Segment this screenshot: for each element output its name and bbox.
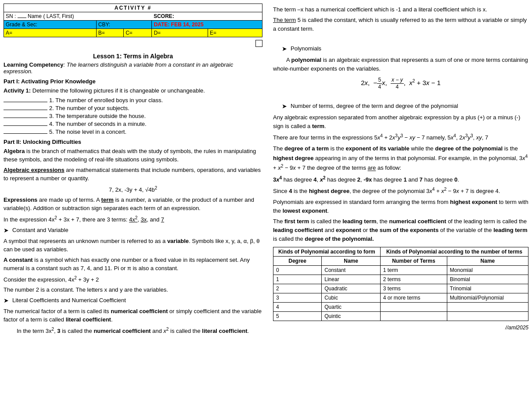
poly-arrow-label: Polynomials — [291, 44, 321, 53]
table-row: 2 Quadratic 3 terms Trinomial — [273, 284, 528, 293]
name-monomial: Monomial — [447, 266, 528, 275]
score-cell: SCORE: — [152, 12, 262, 21]
poly-table-subheader: Degree Name Number of Terms Name — [273, 257, 528, 266]
term5-text: The term 5 is called the constant, which… — [273, 16, 528, 33]
name-label: Name ( LAST, First) — [28, 13, 74, 19]
num-2terms: 2 terms — [380, 275, 447, 284]
lc-label: Learning Competency — [4, 61, 64, 68]
blank-line-3 — [4, 118, 47, 118]
name-quintic: Quintic — [322, 312, 381, 321]
cby-label: CBY: — [96, 21, 152, 29]
table-row: 5 Quintic — [273, 312, 528, 321]
num-3terms: 3 terms — [380, 284, 447, 293]
table-row: 4 Quartic — [273, 303, 528, 312]
blank-line-5 — [4, 133, 47, 134]
b-label: B= — [96, 29, 123, 37]
blank-line-2 — [4, 110, 47, 110]
c-label: C= — [124, 29, 152, 37]
table-name2-header: Name — [447, 257, 528, 266]
a-label: A= — [4, 29, 97, 37]
list-item: 3. The temperature outside the house. — [4, 113, 262, 119]
learning-competency: Learning Competency: The learners distin… — [4, 61, 262, 75]
table-row: 3 Cubic 4 or more terms Multinomial/Poly… — [273, 293, 528, 303]
poly-standard-text: Polynomials are expressed in standard fo… — [273, 198, 528, 215]
algebra-bold: Algebra — [4, 148, 25, 154]
since-text: Since 4 is the highest degree, the degre… — [273, 186, 528, 196]
num-1term: 1 term — [380, 266, 447, 275]
arrow1-icon: ➤ — [4, 226, 9, 235]
poly-para: A polynomial is an algebraic expression … — [273, 56, 528, 73]
expressions-bold: Expressions — [4, 196, 37, 203]
num-4terms: 4 or more terms — [380, 293, 447, 303]
d-label: D= — [152, 29, 208, 37]
degree-0: 0 — [273, 266, 322, 275]
term5-underline: The term — [273, 17, 296, 23]
list-item: 1. The number of enrolled boys in your c… — [4, 97, 262, 104]
lesson-title: Lesson 1: Terms in Algebra — [4, 53, 262, 60]
number2-text: The number 2 is a constant. The letters … — [4, 286, 262, 294]
part2-title: Part II: Unlocking Difficulties — [4, 139, 262, 145]
poly-table: Kinds of Polynomial according to form Ki… — [273, 247, 528, 321]
first-term-text: The first term is called the leading ter… — [273, 217, 528, 243]
blank-line-4 — [4, 125, 47, 126]
table-header1b: Kinds of Polynomial according to the num… — [380, 247, 528, 257]
name-binomial: Binomial — [447, 275, 528, 284]
num-empty1 — [380, 303, 447, 312]
poly-arrow-icon: ➤ — [282, 44, 287, 54]
poly-bold: polynomial — [291, 57, 322, 63]
part1-title: Part I: Activating Prior Knowledge — [4, 78, 262, 85]
algebra-para: Algebra is the branch of mathematics tha… — [4, 147, 262, 164]
sn-name-cell: SN : Name ( LAST, First) — [4, 12, 152, 21]
name-constant: Constant — [322, 266, 381, 275]
activity1-line: Activity 1: Determine the following pict… — [4, 86, 262, 95]
algebraic-bold: Algebraic expressions — [4, 167, 65, 173]
name-quartic: Quartic — [322, 303, 381, 312]
list-item: 2. The number of your subjects. — [4, 105, 262, 111]
table-header1a: Kinds of Polynomial according to form — [273, 247, 381, 257]
math-examples: 7, 2x, -3y + 4, √4b2 — [4, 186, 262, 193]
constant-para: A constant is a symbol which has exactly… — [4, 256, 262, 273]
arrow2-item: ➤ Literal Coefficients and Numerical Coe… — [4, 296, 262, 305]
table-row: 1 Linear 2 terms Binomial — [273, 275, 528, 284]
poly-table-header-row: Kinds of Polynomial according to form Ki… — [273, 247, 528, 257]
four-terms-text: There are four terms in the expressions … — [273, 132, 528, 142]
num-terms-arrow-item: ➤ Number of terms, degree of the term an… — [282, 102, 528, 111]
term-x-text: The term –x has a numerical coefficient … — [273, 5, 528, 14]
checkbox[interactable] — [255, 40, 262, 47]
name-linear: Linear — [322, 275, 381, 284]
arrow1-label: Constant and Variable — [12, 226, 68, 235]
list-item: 5. The noise level in a concert. — [4, 129, 262, 135]
degree-para: The degree of a term is the exponent of … — [273, 144, 528, 173]
table-row: 0 Constant 1 term Monomial — [273, 266, 528, 275]
algebra-text: is the branch of mathematics that deals … — [4, 148, 256, 163]
arrow1-item: ➤ Constant and Variable — [4, 226, 262, 235]
poly-arrow-item: ➤ Polynomials — [282, 44, 528, 54]
list-item: 4. The number of seconds in a minute. — [4, 121, 262, 127]
algebraic-para: Algebraic expressions are mathematical s… — [4, 166, 262, 183]
num-terms-arrow-icon: ➤ — [282, 102, 287, 111]
variable-para: A symbol that represents an unknown numb… — [4, 237, 262, 254]
degree-4: 4 — [273, 303, 322, 312]
table-degree-header: Degree — [273, 257, 322, 266]
expressions-para: Expressions are made up of terms. A term… — [4, 196, 262, 213]
name-empty2 — [447, 312, 528, 321]
name-empty1 — [447, 303, 528, 312]
activity-title: ACTIVITY # — [4, 4, 262, 12]
name-multinomial: Multinomial/Polynomial — [447, 293, 528, 303]
degree-5: 5 — [273, 312, 322, 321]
activity1-label: Activity 1: — [4, 87, 31, 94]
name-quadratic: Quadratic — [322, 284, 381, 293]
degree-3: 3 — [273, 293, 322, 303]
expression-example: In the expression 4x2 + 3x + 7, there ar… — [4, 214, 262, 224]
degree-2: 2 — [273, 284, 322, 293]
grade-label: Grade & Sec: — [4, 21, 97, 29]
num-empty2 — [380, 312, 447, 321]
arrow2-label: Literal Coefficients and Numerical Coeff… — [12, 296, 126, 305]
consider-text: Consider the expression, 4x2 + 3y + 2 — [4, 275, 262, 284]
table-name-header: Name — [322, 257, 381, 266]
degree-example: 3x4 has degree 4, x2 has degree 2, -9x h… — [273, 175, 528, 184]
header-table: ACTIVITY # SN : Name ( LAST, First) SCOR… — [4, 4, 262, 37]
footer-text: //aml2025 — [273, 325, 528, 331]
numerical-para: The numerical factor of a term is called… — [4, 307, 262, 324]
interm-para: In the term 3x2, 3 is called the numeric… — [4, 326, 262, 336]
